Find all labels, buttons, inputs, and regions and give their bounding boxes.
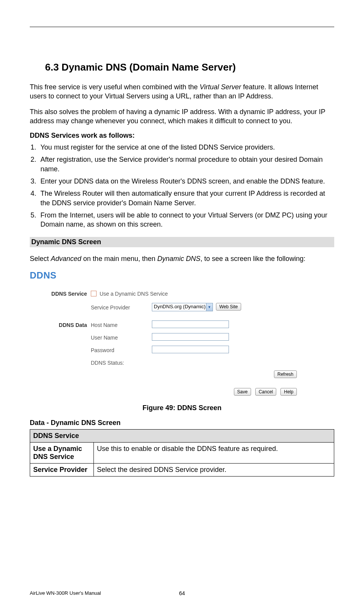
- select-advanced-para: Select Advanced on the main menu, then D…: [30, 254, 334, 263]
- password-input[interactable]: [152, 346, 229, 353]
- save-button[interactable]: Save: [234, 388, 251, 396]
- list-item: The Wireless Router will then automatica…: [38, 189, 334, 208]
- ddns-status-label: DDNS Status:: [91, 358, 152, 366]
- figure-caption: Figure 49: DDNS Screen: [30, 404, 334, 412]
- cancel-button[interactable]: Cancel: [255, 388, 276, 396]
- table-row: Service Provider Select the desired DDNS…: [30, 463, 334, 476]
- ddns-works-heading: DDNS Services work as follows:: [30, 132, 334, 140]
- table-desc-cell: Use this to enable or disable the DDNS f…: [94, 442, 334, 463]
- text-emph: Advanced: [51, 255, 81, 262]
- table-label-cell: Use a Dynamic DNS Service: [30, 442, 94, 463]
- table-desc-cell: Select the desired DDNS Service provider…: [94, 463, 334, 476]
- intro-para-2: This also solves the problem of having a…: [30, 107, 334, 126]
- top-rule: [30, 27, 334, 27]
- footer-manual-title: AirLive WN-300R User's Manual: [30, 590, 101, 596]
- list-item: After registration, use the Service prov…: [38, 155, 334, 174]
- list-item: From the Internet, users will be able to…: [38, 211, 334, 229]
- page-number: 64: [179, 590, 185, 596]
- data-table-heading: Data - Dynamic DNS Screen: [30, 419, 334, 427]
- use-ddns-checkbox-label: Use a Dynamic DNS Service: [100, 291, 168, 297]
- use-ddns-checkbox[interactable]: [91, 291, 97, 296]
- refresh-button[interactable]: Refresh: [274, 370, 297, 378]
- steps-list: You must register for the service at one…: [30, 143, 334, 229]
- intro-para-1: This free service is very useful when co…: [30, 82, 334, 101]
- ddns-data-label: DDNS Data: [30, 320, 91, 328]
- service-provider-label: Service Provider: [91, 303, 152, 311]
- table-label-cell: Service Provider: [30, 463, 94, 476]
- text: This free service is very useful when co…: [30, 83, 200, 91]
- host-name-label: Host Name: [91, 320, 152, 328]
- section-heading: 6.3 Dynamic DNS (Domain Name Server): [45, 61, 334, 73]
- table-section-row: DDNS Service: [30, 429, 334, 442]
- table-row: Use a Dynamic DNS Service Use this to en…: [30, 442, 334, 463]
- text: on the main menu, then: [81, 255, 157, 262]
- text-emph: Dynamic DNS: [157, 255, 200, 262]
- web-site-button[interactable]: Web Site: [216, 303, 241, 311]
- password-label: Password: [91, 346, 152, 353]
- service-provider-select[interactable]: DynDNS.org (Dynamic) ▼: [152, 303, 213, 311]
- chevron-down-icon: ▼: [206, 303, 213, 311]
- virtual-server-emph: Virtual Server: [200, 83, 241, 91]
- table-section-cell: DDNS Service: [30, 429, 334, 442]
- user-name-label: User Name: [91, 333, 152, 341]
- text: Select: [30, 255, 51, 262]
- host-name-input[interactable]: [152, 320, 229, 328]
- user-name-input[interactable]: [152, 333, 229, 341]
- ddns-screenshot: DDNS DDNS Service Use a Dynamic DNS Serv…: [30, 270, 297, 396]
- text: , to see a screen like the following:: [200, 255, 305, 262]
- data-table: DDNS Service Use a Dynamic DNS Service U…: [30, 429, 334, 477]
- list-item: Enter your DDNS data on the Wireless Rou…: [38, 177, 334, 186]
- ddns-service-label: DDNS Service: [30, 289, 91, 297]
- ddns-title: DDNS: [30, 270, 297, 281]
- page-footer: AirLive WN-300R User's Manual 64: [30, 590, 334, 596]
- select-value: DynDNS.org (Dynamic): [154, 304, 206, 309]
- help-button[interactable]: Help: [280, 388, 297, 396]
- dynamic-dns-screen-subhead: Dynamic DNS Screen: [30, 237, 334, 247]
- list-item: You must register for the service at one…: [38, 143, 334, 152]
